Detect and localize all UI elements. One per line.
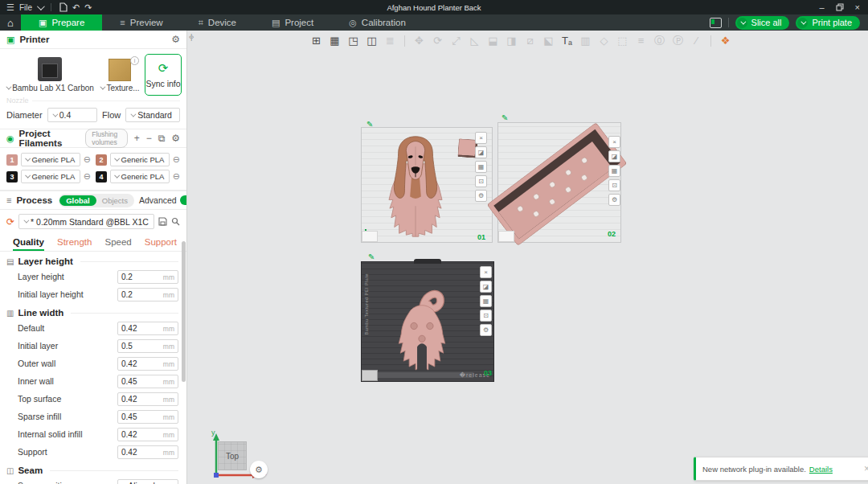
process-tab-strength[interactable]: Strength (51, 235, 98, 251)
print-options-chevron-icon[interactable] (797, 18, 808, 28)
undo-icon[interactable]: ↶ (72, 0, 80, 14)
diameter-select[interactable]: 0.4 (47, 108, 97, 122)
process-tab-quality[interactable]: Quality (6, 235, 51, 251)
plate-edit-pencil-icon[interactable]: ✎ (366, 120, 373, 129)
tab-prepare[interactable]: ▣Prepare (21, 14, 102, 31)
orient-plate-icon[interactable]: ◪ (480, 281, 492, 293)
add-plate-icon[interactable]: ▦ (326, 32, 343, 49)
tab-project[interactable]: ▤Project (254, 14, 331, 31)
filament-select[interactable]: Generic PLA (21, 153, 80, 166)
filament-select[interactable]: Generic PLA (110, 153, 170, 166)
setting-input[interactable]: 0.42mm (117, 392, 178, 406)
delete-plate-icon[interactable]: × (475, 132, 487, 144)
setting-input[interactable]: 0.45mm (117, 375, 178, 388)
model-afghan-hound-front[interactable] (375, 131, 456, 240)
slice-all-button[interactable]: Slice all (735, 16, 790, 30)
process-tab-support[interactable]: Support (138, 235, 183, 251)
plate-settings-icon[interactable]: ⚙ (608, 194, 620, 206)
slice-options-chevron-icon[interactable] (737, 18, 747, 28)
add-filament-button[interactable]: + (134, 133, 140, 144)
viewport-settings-button[interactable]: ⚙ (250, 461, 268, 478)
file-menu-chevron-icon[interactable] (37, 2, 45, 10)
tab-calibration[interactable]: ◎Calibration (331, 14, 424, 31)
setting-input[interactable]: 0.42mm (117, 322, 178, 335)
filament-remove-icon[interactable]: ⊖ (84, 171, 91, 182)
scope-global-option[interactable]: Global (59, 195, 96, 206)
model-planter-box[interactable] (487, 122, 627, 245)
minimize-button[interactable]: – (819, 0, 824, 14)
setting-input[interactable]: 0.42mm (117, 428, 178, 441)
setting-input[interactable]: 0.42mm (117, 357, 178, 371)
close-button[interactable]: × (855, 0, 860, 14)
filament-settings-gear-icon[interactable]: ⚙ (171, 133, 180, 144)
flushing-volumes-button[interactable]: Flushing volumes (85, 129, 127, 148)
plate-info-icon[interactable]: i (130, 56, 139, 65)
sidebar-scrollbar[interactable] (182, 241, 186, 382)
remove-filament-button[interactable]: − (146, 133, 152, 144)
print-plate-button[interactable]: Print plate (796, 16, 860, 30)
plate-name-tag[interactable] (362, 231, 378, 242)
filament-remove-icon[interactable]: ⊖ (84, 154, 91, 165)
add-object-icon[interactable]: ⊞ (308, 32, 325, 49)
lock-plate-icon[interactable]: ⊡ (480, 310, 492, 322)
build-plate-1[interactable]: ✎ ×◪▦⊡⚙ 01 (361, 127, 493, 243)
advanced-toggle[interactable] (180, 195, 187, 205)
tab-preview[interactable]: ≡Preview (102, 14, 180, 31)
preset-select[interactable]: * 0.20mm Standard @BBL X1C (18, 214, 154, 229)
arrange-plate-icon[interactable]: ▦ (608, 165, 620, 177)
filament-color-badge[interactable]: 1 (6, 154, 18, 166)
redo-icon[interactable]: ↷ (84, 0, 92, 14)
maximize-button[interactable] (836, 3, 844, 11)
assembly-icon[interactable]: ❖ (717, 32, 734, 49)
filament-select[interactable]: Generic PLA (110, 170, 170, 183)
plate-select-chevron-icon[interactable] (100, 84, 106, 90)
plate-name-tag[interactable] (362, 370, 378, 381)
tab-device[interactable]: ⌗Device (181, 14, 254, 31)
printer-card[interactable]: Bambu Lab X1 Carbon (5, 54, 95, 96)
search-settings-icon[interactable] (171, 217, 180, 226)
orient-plate-icon[interactable]: ◪ (608, 150, 620, 162)
setting-select[interactable]: Aligned (117, 479, 178, 484)
lock-plate-icon[interactable]: ⊡ (608, 179, 620, 191)
build-plate-card[interactable]: i Texture... (98, 54, 141, 96)
menu-hamburger-icon[interactable]: ☰ (6, 0, 14, 14)
build-plate-3[interactable]: Bambu Textured PEI Plate �release ✎ ×◪▦⊡… (361, 261, 494, 382)
preset-modified-icon[interactable]: ⟳ (6, 216, 14, 228)
filament-sync-icon[interactable]: ⧉ (158, 133, 166, 144)
flow-select[interactable]: Standard (125, 108, 180, 122)
text-tool-icon[interactable]: Tₐ (559, 32, 575, 49)
process-tab-speed[interactable]: Speed (98, 235, 137, 251)
plate-settings-icon[interactable]: ⚙ (475, 190, 487, 202)
plate-edit-pencil-icon[interactable]: ✎ (502, 113, 508, 122)
orient-plate-icon[interactable]: ◪ (475, 146, 487, 158)
plate-edit-pencil-icon[interactable]: ✎ (368, 252, 375, 261)
filament-color-badge[interactable]: 4 (96, 171, 107, 183)
save-preset-icon[interactable] (158, 217, 167, 226)
printer-settings-gear-icon[interactable]: ⚙ (171, 34, 180, 45)
setting-input[interactable]: 0.45mm (117, 410, 178, 424)
sync-info-button[interactable]: ⟳ Sync info (145, 54, 182, 96)
lock-plate-icon[interactable]: ⊡ (475, 175, 487, 187)
slicing-plate-icon[interactable] (710, 18, 722, 28)
nav-cube-top-face[interactable]: Top (218, 441, 247, 470)
new-project-icon[interactable] (59, 2, 68, 12)
process-scope-toggle[interactable]: Global Objects (59, 194, 134, 207)
home-button[interactable]: ⌂ (0, 14, 21, 31)
file-menu[interactable]: File (19, 3, 32, 12)
setting-input[interactable]: 0.42mm (117, 445, 178, 459)
viewport-3d[interactable]: ‹|› ⊞▦◳◫≣✥⟳⤢◺⬓◨⧄⬕Tₐ▥◇⬚≡⓪Ⓟ∕❖ ✎ ×◪▦⊡⚙ 01 (187, 31, 868, 484)
filament-remove-icon[interactable]: ⊖ (173, 154, 180, 165)
setting-input[interactable]: 0.2mm (117, 288, 178, 301)
arrange-all-icon[interactable]: ◫ (363, 32, 380, 49)
collapse-sidebar-icon[interactable]: ‹|› (189, 33, 193, 41)
filament-color-badge[interactable]: 2 (96, 154, 107, 166)
arrange-plate-icon[interactable]: ▦ (480, 295, 492, 307)
notification-details-link[interactable]: Details (809, 465, 833, 474)
setting-input[interactable]: 0.5mm (117, 339, 178, 353)
delete-plate-icon[interactable]: × (480, 266, 492, 278)
notification-close-icon[interactable]: × (864, 463, 868, 474)
plate-name-tag[interactable] (498, 231, 514, 242)
filament-color-badge[interactable]: 3 (6, 171, 18, 183)
arrange-plate-icon[interactable]: ▦ (475, 161, 487, 173)
scope-objects-option[interactable]: Objects (96, 195, 133, 206)
